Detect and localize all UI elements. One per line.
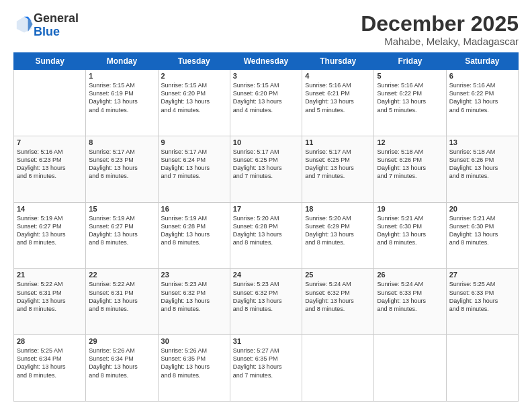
day-number: 29 xyxy=(89,337,154,345)
calendar-cell: 12Sunrise: 5:18 AM Sunset: 6:26 PM Dayli… xyxy=(374,136,446,202)
cell-content: Sunrise: 5:17 AM Sunset: 6:23 PM Dayligh… xyxy=(89,148,154,181)
calendar-cell: 7Sunrise: 5:16 AM Sunset: 6:23 PM Daylig… xyxy=(14,136,86,202)
calendar-cell: 4Sunrise: 5:16 AM Sunset: 6:21 PM Daylig… xyxy=(302,70,374,136)
logo-text: General Blue xyxy=(34,12,79,39)
cell-content: Sunrise: 5:17 AM Sunset: 6:24 PM Dayligh… xyxy=(161,148,227,181)
header: General Blue December 2025 Mahabe, Melak… xyxy=(13,12,519,47)
col-saturday: Saturday xyxy=(446,53,518,70)
col-tuesday: Tuesday xyxy=(158,53,230,70)
cell-content: Sunrise: 5:24 AM Sunset: 6:32 PM Dayligh… xyxy=(305,280,371,313)
calendar-cell: 10Sunrise: 5:17 AM Sunset: 6:25 PM Dayli… xyxy=(230,136,302,202)
cell-content: Sunrise: 5:19 AM Sunset: 6:27 PM Dayligh… xyxy=(89,214,154,247)
calendar-cell: 22Sunrise: 5:22 AM Sunset: 6:31 PM Dayli… xyxy=(86,269,158,335)
calendar-week-1: 1Sunrise: 5:15 AM Sunset: 6:19 PM Daylig… xyxy=(14,70,519,136)
calendar-week-5: 28Sunrise: 5:25 AM Sunset: 6:34 PM Dayli… xyxy=(14,335,519,402)
day-number: 8 xyxy=(89,138,154,146)
day-number: 3 xyxy=(233,72,299,80)
day-number: 1 xyxy=(89,72,154,80)
calendar-cell: 20Sunrise: 5:21 AM Sunset: 6:30 PM Dayli… xyxy=(446,202,518,269)
calendar-cell: 5Sunrise: 5:16 AM Sunset: 6:22 PM Daylig… xyxy=(374,70,446,136)
day-number: 26 xyxy=(377,271,443,279)
calendar-cell: 21Sunrise: 5:22 AM Sunset: 6:31 PM Dayli… xyxy=(14,269,86,335)
col-monday: Monday xyxy=(86,53,158,70)
calendar-week-2: 7Sunrise: 5:16 AM Sunset: 6:23 PM Daylig… xyxy=(14,136,519,202)
day-number: 11 xyxy=(305,138,371,146)
calendar-cell xyxy=(374,335,446,402)
calendar-cell: 1Sunrise: 5:15 AM Sunset: 6:19 PM Daylig… xyxy=(86,70,158,136)
cell-content: Sunrise: 5:20 AM Sunset: 6:28 PM Dayligh… xyxy=(233,214,299,247)
calendar-cell: 24Sunrise: 5:23 AM Sunset: 6:32 PM Dayli… xyxy=(230,269,302,335)
cell-content: Sunrise: 5:26 AM Sunset: 6:35 PM Dayligh… xyxy=(161,347,227,379)
cell-content: Sunrise: 5:18 AM Sunset: 6:26 PM Dayligh… xyxy=(449,148,515,181)
day-number: 24 xyxy=(233,271,299,279)
day-number: 20 xyxy=(449,205,515,213)
calendar-cell: 27Sunrise: 5:25 AM Sunset: 6:33 PM Dayli… xyxy=(446,269,518,335)
day-number: 10 xyxy=(233,138,299,146)
day-number: 14 xyxy=(17,205,83,213)
day-number: 28 xyxy=(17,337,83,345)
calendar-cell xyxy=(446,335,518,402)
calendar-header-row: Sunday Monday Tuesday Wednesday Thursday… xyxy=(14,53,519,70)
calendar-cell: 3Sunrise: 5:15 AM Sunset: 6:20 PM Daylig… xyxy=(230,70,302,136)
cell-content: Sunrise: 5:17 AM Sunset: 6:25 PM Dayligh… xyxy=(233,148,299,181)
day-number: 18 xyxy=(305,205,371,213)
cell-content: Sunrise: 5:22 AM Sunset: 6:31 PM Dayligh… xyxy=(89,280,154,313)
day-number: 16 xyxy=(161,205,227,213)
day-number: 4 xyxy=(305,72,371,80)
cell-content: Sunrise: 5:15 AM Sunset: 6:19 PM Dayligh… xyxy=(89,81,154,114)
cell-content: Sunrise: 5:20 AM Sunset: 6:29 PM Dayligh… xyxy=(305,214,371,247)
calendar-cell: 16Sunrise: 5:19 AM Sunset: 6:28 PM Dayli… xyxy=(158,202,230,269)
day-number: 6 xyxy=(449,72,515,80)
cell-content: Sunrise: 5:16 AM Sunset: 6:22 PM Dayligh… xyxy=(377,81,443,114)
day-number: 5 xyxy=(377,72,443,80)
title-block: December 2025 Mahabe, Melaky, Madagascar xyxy=(361,12,519,47)
calendar-cell: 2Sunrise: 5:15 AM Sunset: 6:20 PM Daylig… xyxy=(158,70,230,136)
calendar-cell: 23Sunrise: 5:23 AM Sunset: 6:32 PM Dayli… xyxy=(158,269,230,335)
calendar-cell: 26Sunrise: 5:24 AM Sunset: 6:33 PM Dayli… xyxy=(374,269,446,335)
sub-title: Mahabe, Melaky, Madagascar xyxy=(361,36,519,47)
calendar-cell: 29Sunrise: 5:26 AM Sunset: 6:34 PM Dayli… xyxy=(86,335,158,402)
day-number: 9 xyxy=(161,138,227,146)
main-title: December 2025 xyxy=(361,12,519,36)
calendar-cell: 19Sunrise: 5:21 AM Sunset: 6:30 PM Dayli… xyxy=(374,202,446,269)
calendar-cell: 17Sunrise: 5:20 AM Sunset: 6:28 PM Dayli… xyxy=(230,202,302,269)
calendar-cell: 15Sunrise: 5:19 AM Sunset: 6:27 PM Dayli… xyxy=(86,202,158,269)
day-number: 31 xyxy=(233,337,299,345)
day-number: 30 xyxy=(161,337,227,345)
day-number: 17 xyxy=(233,205,299,213)
logo-icon xyxy=(15,15,34,34)
col-thursday: Thursday xyxy=(302,53,374,70)
col-friday: Friday xyxy=(374,53,446,70)
col-wednesday: Wednesday xyxy=(230,53,302,70)
cell-content: Sunrise: 5:19 AM Sunset: 6:28 PM Dayligh… xyxy=(161,214,227,247)
calendar-cell: 6Sunrise: 5:16 AM Sunset: 6:22 PM Daylig… xyxy=(446,70,518,136)
calendar-cell: 31Sunrise: 5:27 AM Sunset: 6:35 PM Dayli… xyxy=(230,335,302,402)
calendar-cell: 14Sunrise: 5:19 AM Sunset: 6:27 PM Dayli… xyxy=(14,202,86,269)
day-number: 25 xyxy=(305,271,371,279)
calendar-cell xyxy=(302,335,374,402)
cell-content: Sunrise: 5:16 AM Sunset: 6:22 PM Dayligh… xyxy=(449,81,515,114)
calendar-cell xyxy=(14,70,86,136)
cell-content: Sunrise: 5:16 AM Sunset: 6:23 PM Dayligh… xyxy=(17,148,83,181)
day-number: 21 xyxy=(17,271,83,279)
cell-content: Sunrise: 5:25 AM Sunset: 6:33 PM Dayligh… xyxy=(449,280,515,313)
day-number: 22 xyxy=(89,271,154,279)
cell-content: Sunrise: 5:26 AM Sunset: 6:34 PM Dayligh… xyxy=(89,347,154,379)
cell-content: Sunrise: 5:18 AM Sunset: 6:26 PM Dayligh… xyxy=(377,148,443,181)
page: General Blue December 2025 Mahabe, Melak… xyxy=(0,0,532,411)
day-number: 15 xyxy=(89,205,154,213)
day-number: 7 xyxy=(17,138,83,146)
day-number: 12 xyxy=(377,138,443,146)
calendar-cell: 30Sunrise: 5:26 AM Sunset: 6:35 PM Dayli… xyxy=(158,335,230,402)
cell-content: Sunrise: 5:23 AM Sunset: 6:32 PM Dayligh… xyxy=(161,280,227,313)
cell-content: Sunrise: 5:19 AM Sunset: 6:27 PM Dayligh… xyxy=(17,214,83,247)
cell-content: Sunrise: 5:27 AM Sunset: 6:35 PM Dayligh… xyxy=(233,347,299,379)
cell-content: Sunrise: 5:25 AM Sunset: 6:34 PM Dayligh… xyxy=(17,347,83,379)
cell-content: Sunrise: 5:21 AM Sunset: 6:30 PM Dayligh… xyxy=(449,214,515,247)
calendar-cell: 25Sunrise: 5:24 AM Sunset: 6:32 PM Dayli… xyxy=(302,269,374,335)
calendar-cell: 13Sunrise: 5:18 AM Sunset: 6:26 PM Dayli… xyxy=(446,136,518,202)
day-number: 19 xyxy=(377,205,443,213)
cell-content: Sunrise: 5:22 AM Sunset: 6:31 PM Dayligh… xyxy=(17,280,83,313)
calendar-week-3: 14Sunrise: 5:19 AM Sunset: 6:27 PM Dayli… xyxy=(14,202,519,269)
cell-content: Sunrise: 5:16 AM Sunset: 6:21 PM Dayligh… xyxy=(305,81,371,114)
